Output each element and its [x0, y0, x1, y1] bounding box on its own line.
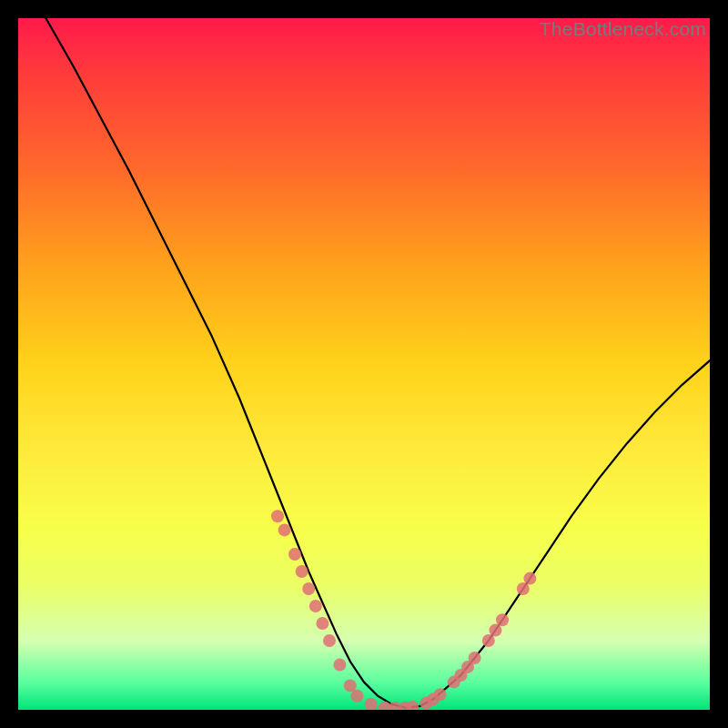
data-point-marker	[523, 572, 536, 585]
data-point-marker	[517, 582, 530, 595]
data-point-marker	[469, 652, 481, 664]
data-point-marker	[302, 582, 315, 595]
chart-svg	[18, 18, 710, 710]
data-point-marker	[489, 624, 501, 637]
data-point-marker	[278, 523, 291, 536]
data-point-marker	[434, 688, 447, 701]
bottleneck-curve	[46, 18, 710, 708]
data-point-marker	[496, 613, 509, 626]
data-point-marker	[344, 679, 357, 692]
chart-container: TheBottleneck.com	[0, 0, 728, 728]
data-point-marker	[365, 698, 378, 710]
data-point-marker	[271, 510, 284, 522]
data-point-marker	[288, 548, 301, 561]
data-point-marker	[333, 659, 346, 672]
data-point-marker	[482, 634, 495, 647]
data-point-marker	[350, 690, 363, 703]
data-point-marker	[323, 634, 336, 647]
plot-area: TheBottleneck.com	[18, 18, 710, 710]
data-point-marker	[316, 617, 329, 630]
data-point-marker	[296, 565, 308, 578]
data-point-marker	[309, 600, 322, 612]
